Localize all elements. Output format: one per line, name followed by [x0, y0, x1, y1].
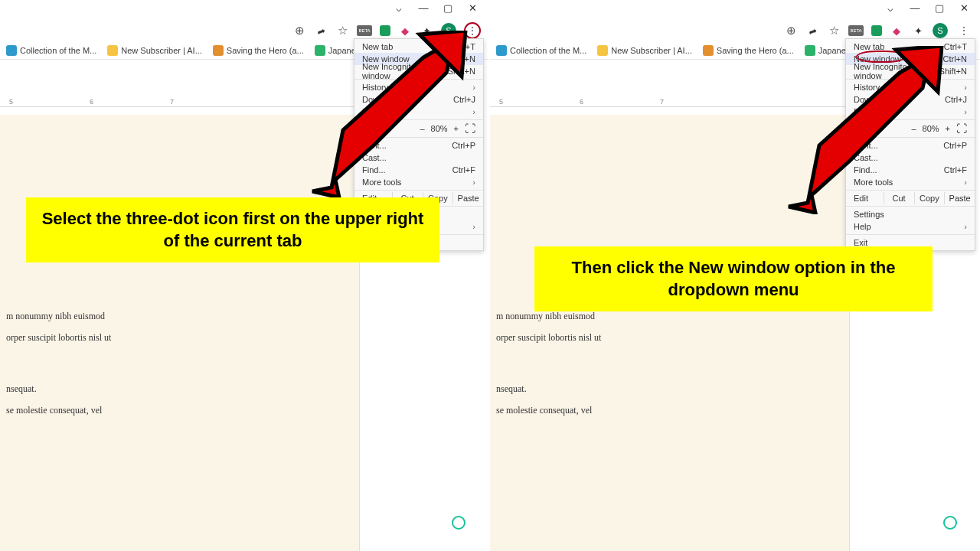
menu-history[interactable]: History [846, 81, 975, 93]
ruler: 567 [490, 98, 850, 107]
bookmark-item[interactable]: Collection of the M... [6, 45, 96, 56]
bookmark-item[interactable]: New Subscriber | AI... [597, 45, 692, 56]
menu-print[interactable]: Print...Ctrl+P [846, 139, 975, 152]
menu-new-tab[interactable]: New tabCtrl+T [846, 41, 975, 53]
menu-print[interactable]: Print...Ctrl+P [354, 139, 483, 152]
maximize-button[interactable]: ▢ [933, 2, 946, 14]
bookmark-item[interactable]: Saving the Hero (a... [703, 45, 794, 56]
window-controls: ⌵ — ▢ ✕ [383, 0, 488, 15]
menu-history[interactable]: History [354, 81, 483, 93]
profile-avatar[interactable]: S [441, 23, 456, 38]
instruction-callout: Then click the New window option in the … [534, 246, 933, 311]
close-button[interactable]: ✕ [466, 2, 479, 14]
menu-new-incognito[interactable]: New Incognito windowCtrl+Shift+N [354, 65, 483, 77]
bookmark-item[interactable]: New Subscriber | AI... [107, 45, 202, 56]
extensions-puzzle-icon[interactable] [420, 24, 433, 37]
zoom-out-button[interactable]: – [420, 124, 424, 133]
extension-icon[interactable] [380, 25, 390, 36]
kebab-menu-icon[interactable]: ⋮ [464, 22, 481, 39]
menu-zoom: Zoom – 80% + ⛶ [846, 122, 975, 135]
share-icon[interactable] [805, 24, 819, 37]
menu-more-tools[interactable]: More tools [846, 176, 975, 188]
menu-cast[interactable]: Cast... [846, 152, 975, 164]
maximize-button[interactable]: ▢ [441, 2, 455, 14]
menu-bookmarks[interactable]: Bookmarks [846, 106, 975, 118]
menu-cast[interactable]: Cast... [354, 152, 483, 164]
kebab-menu-icon[interactable]: ⋮ [956, 22, 972, 39]
fullscreen-icon[interactable]: ⛶ [956, 122, 967, 135]
zoom-in-button[interactable]: + [454, 124, 459, 133]
bookmark-item[interactable]: Collection of the M... [496, 45, 586, 56]
menu-downloads[interactable]: DownloadsCtrl+J [354, 93, 483, 106]
profile-avatar[interactable]: S [933, 23, 948, 38]
zoom-value: 80% [431, 124, 448, 133]
menu-edit-label: Edit [846, 192, 884, 204]
fullscreen-icon[interactable]: ⛶ [465, 122, 475, 135]
grammarly-icon[interactable] [943, 516, 957, 530]
menu-new-incognito[interactable]: New Incognito windowCtrl+Shift+N [846, 65, 975, 77]
document-page: m nonummy nibh euismod orper suscipit lo… [490, 115, 850, 551]
menu-settings[interactable]: Settings [846, 208, 975, 220]
minimize-button[interactable]: — [908, 2, 922, 14]
bookmark-star-icon[interactable] [335, 24, 349, 37]
body-text: nsequat. [6, 379, 359, 400]
zoom-in-button[interactable]: + [946, 124, 950, 133]
beta-badge: BETA [848, 25, 864, 36]
body-text: se molestie consequat, vel [6, 400, 359, 422]
share-icon[interactable] [314, 24, 328, 37]
close-button[interactable]: ✕ [957, 2, 971, 14]
menu-edit-row: Edit Cut Copy Paste [846, 192, 975, 204]
extension-icon[interactable] [890, 24, 903, 37]
instruction-callout: Select the three-dot icon first on the u… [26, 197, 439, 262]
zoom-icon[interactable] [784, 24, 798, 37]
document-page: m nonummy nibh euismod orper suscipit lo… [0, 115, 360, 551]
beta-badge: BETA [357, 25, 372, 36]
body-text: m nonummy nibh euismod [6, 306, 359, 328]
menu-find[interactable]: Find...Ctrl+F [354, 164, 483, 176]
extension-icon[interactable] [398, 24, 412, 37]
window-controls: ⌵ — ▢ ✕ [874, 0, 980, 15]
extension-icon[interactable] [871, 25, 882, 36]
menu-help[interactable]: Help [846, 220, 975, 233]
menu-bookmarks[interactable]: Bookmarks [354, 106, 483, 118]
menu-downloads[interactable]: DownloadsCtrl+J [846, 93, 975, 106]
menu-cut[interactable]: Cut [884, 192, 914, 204]
body-text: nsequat. [496, 379, 849, 400]
bookmark-item[interactable]: Saving the Hero (a... [213, 45, 304, 56]
body-text: se molestie consequat, vel [496, 400, 849, 422]
zoom-icon[interactable] [292, 24, 306, 37]
menu-paste[interactable]: Paste [452, 192, 483, 204]
menu-paste[interactable]: Paste [944, 192, 975, 204]
body-text: orper suscipit lobortis nisl ut [496, 328, 849, 349]
bookmark-star-icon[interactable] [827, 24, 841, 37]
chevron-down-icon[interactable]: ⌵ [392, 2, 406, 14]
extensions-puzzle-icon[interactable] [911, 24, 925, 37]
zoom-out-button[interactable]: – [911, 124, 916, 133]
ruler: 567 [0, 98, 358, 107]
menu-find[interactable]: Find...Ctrl+F [846, 164, 975, 176]
body-text: orper suscipit lobortis nisl ut [6, 328, 359, 349]
menu-more-tools[interactable]: More tools [354, 176, 483, 188]
grammarly-icon[interactable] [452, 516, 466, 530]
chevron-down-icon[interactable]: ⌵ [884, 2, 897, 14]
menu-copy[interactable]: Copy [914, 192, 945, 204]
menu-zoom: Zoom – 80% + ⛶ [354, 122, 483, 135]
chrome-menu: New tabCtrl+T New windowCtrl+N New Incog… [845, 38, 975, 251]
zoom-value: 80% [923, 124, 939, 133]
minimize-button[interactable]: — [416, 2, 430, 14]
menu-new-tab[interactable]: New tabCtrl+T [354, 41, 483, 53]
